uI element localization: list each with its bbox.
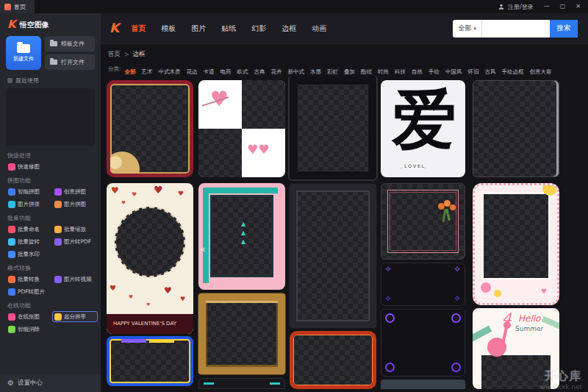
frame-summer[interactable]: 4HelloSummer	[473, 308, 559, 389]
sidebar-tool[interactable]: 图片拼接	[6, 199, 51, 210]
app-window: 首页 注册/登录 — ▢ ✕ K 悟空图像 新建文件 模板文件打开文件	[0, 0, 588, 392]
category-item-23[interactable]: 创意大赛	[530, 68, 552, 75]
gold-ball-highlight	[109, 156, 122, 169]
minimize-icon[interactable]: —	[544, 4, 550, 10]
category-item-17[interactable]: 自然	[412, 68, 423, 75]
frame-gold-ornate[interactable]	[198, 293, 285, 374]
gear-icon: ⚙	[7, 379, 14, 387]
folder-icon	[50, 41, 57, 46]
category-item-3[interactable]: 中式木质	[159, 68, 181, 75]
category-item-4[interactable]: 花边	[187, 68, 198, 75]
category-item-14[interactable]: 酷炫	[361, 68, 372, 75]
chevron-down-icon: ▾	[473, 26, 476, 32]
sidebar-tool[interactable]: 批量旋转	[6, 236, 51, 247]
category-item-20[interactable]: 怀旧	[468, 68, 479, 75]
sidebar-tool[interactable]: 创意拼图	[52, 186, 98, 197]
frame-partial-teal[interactable]	[198, 378, 285, 389]
sidebar-tool[interactable]: 批量水印	[6, 249, 51, 260]
category-item-16[interactable]: 科技	[395, 68, 406, 75]
new-file-label: 新建文件	[13, 55, 34, 63]
category-item-18[interactable]: 手绘	[429, 68, 440, 75]
nav-item-5[interactable]: 幻影	[251, 24, 266, 34]
sun-icon	[542, 183, 557, 196]
frame-blue-gold[interactable]	[107, 336, 193, 386]
tool-icon	[54, 238, 62, 246]
file-buttons: 模板文件打开文件	[45, 36, 95, 70]
category-item-10[interactable]: 新中式	[288, 68, 305, 75]
sidebar-tool[interactable]: 超分辨率	[52, 311, 98, 322]
titlebar-tab-home[interactable]: 首页	[0, 0, 35, 13]
category-item-12[interactable]: 彩虹	[327, 68, 338, 75]
search-filter-dropdown[interactable]: 全部 ▾	[453, 20, 482, 38]
tool-icon	[8, 238, 15, 246]
heart-icon: ♥	[164, 286, 172, 295]
login-button[interactable]: 注册/登录	[498, 3, 534, 11]
sidebar-tool[interactable]: 智能消除	[6, 324, 51, 335]
frame-geometric[interactable]: ▲▲▲«	[198, 183, 285, 290]
tulip-bloom	[444, 200, 451, 207]
category-item-5[interactable]: 卡通	[204, 68, 215, 75]
frame-heart-tiles[interactable]: ♥♥♥	[198, 80, 285, 177]
sidebar-tool[interactable]: 智能拼图	[6, 186, 51, 197]
close-icon[interactable]: ✕	[576, 4, 581, 10]
category-item-1[interactable]: 全部	[125, 68, 136, 75]
search-button[interactable]: 搜索	[550, 20, 578, 38]
nav-item-4[interactable]: 贴纸	[221, 24, 236, 34]
category-item-11[interactable]: 水墨	[310, 68, 321, 75]
sidebar-section-label: 批量功能	[7, 214, 95, 222]
search-input[interactable]	[482, 20, 550, 38]
frame-valentine[interactable]: ♥♥♥♥♥♥♥♥♥♥HAPPY VALENTINE'S DAY	[107, 183, 193, 334]
frame-tulip[interactable]	[381, 183, 465, 260]
sidebar-tool[interactable]: 批量转换	[6, 274, 51, 285]
tool-label: 超分辨率	[64, 313, 86, 321]
new-file-button[interactable]: 新建文件	[6, 36, 41, 70]
sidebar-tool[interactable]: 快速修图	[6, 161, 51, 172]
sidebar-tool[interactable]: 图片拼图	[52, 199, 98, 210]
recent-used-header: 最近使用	[0, 74, 101, 86]
category-item-22[interactable]: 手绘边框	[502, 68, 524, 75]
sidebar-tool[interactable]: 批量缩放	[52, 224, 98, 235]
category-item-13[interactable]: 叠加	[344, 68, 355, 75]
nav-item-7[interactable]: 动画	[312, 24, 326, 34]
maximize-icon[interactable]: ▢	[560, 4, 566, 10]
frame-black-wood[interactable]	[290, 76, 376, 179]
nav-item-3[interactable]: 图片	[191, 24, 206, 34]
frame-partial-gray[interactable]	[381, 379, 465, 389]
frame-dark-plain[interactable]	[473, 80, 559, 177]
category-item-19[interactable]: 中国风	[445, 68, 462, 75]
settings-button[interactable]: ⚙ 设置中心	[0, 374, 101, 392]
open-file-button[interactable]: 打开文件	[45, 54, 95, 70]
breadcrumb-home[interactable]: 首页	[108, 50, 121, 59]
frame-love-cutout[interactable]: 爱、L O V E L、	[381, 80, 465, 177]
rect-decor	[210, 195, 273, 277]
template-file-button[interactable]: 模板文件	[45, 36, 95, 51]
sidebar-tool[interactable]: 图片转视频	[52, 274, 98, 285]
sidebar-section-label: 拼图功能	[7, 177, 95, 185]
frame-purple-corners[interactable]: ✧✧✧✧	[381, 263, 465, 306]
nav-item-2[interactable]: 模板	[161, 24, 176, 34]
frame-purple-swirl[interactable]	[381, 309, 465, 377]
category-item-2[interactable]: 艺术	[142, 68, 153, 75]
tool-label: 图片转PDF	[64, 238, 91, 246]
sidebar-tool[interactable]: 图片转PDF	[52, 236, 98, 247]
sidebar-tool[interactable]: 批量命名	[6, 224, 51, 235]
category-item-6[interactable]: 电商	[220, 68, 232, 75]
category-item-7[interactable]: 欧式	[237, 68, 248, 75]
chevron-decor: «	[200, 245, 205, 254]
category-item-8[interactable]: 古典	[254, 68, 265, 75]
breadcrumb-separator: >	[124, 51, 129, 58]
frame-orange[interactable]	[290, 331, 376, 389]
frame-red-gold[interactable]	[107, 80, 193, 177]
nav-item-1[interactable]: 首页	[131, 24, 146, 34]
folder-icon	[17, 44, 30, 53]
category-item-15[interactable]: 时尚	[378, 68, 389, 75]
category-item-21[interactable]: 古风	[485, 68, 496, 75]
nav-item-6[interactable]: 边框	[282, 24, 296, 34]
sidebar-tool[interactable]: PDF转图片	[6, 286, 51, 297]
frame-pink-scallop[interactable]: ♥	[473, 183, 559, 305]
category-item-9[interactable]: 花卉	[271, 68, 282, 75]
number-four: 4	[502, 311, 512, 326]
love-character: 爱	[392, 88, 456, 152]
frame-dark-bevel[interactable]	[290, 184, 376, 328]
sidebar-tool[interactable]: 在线抠图	[6, 311, 51, 322]
